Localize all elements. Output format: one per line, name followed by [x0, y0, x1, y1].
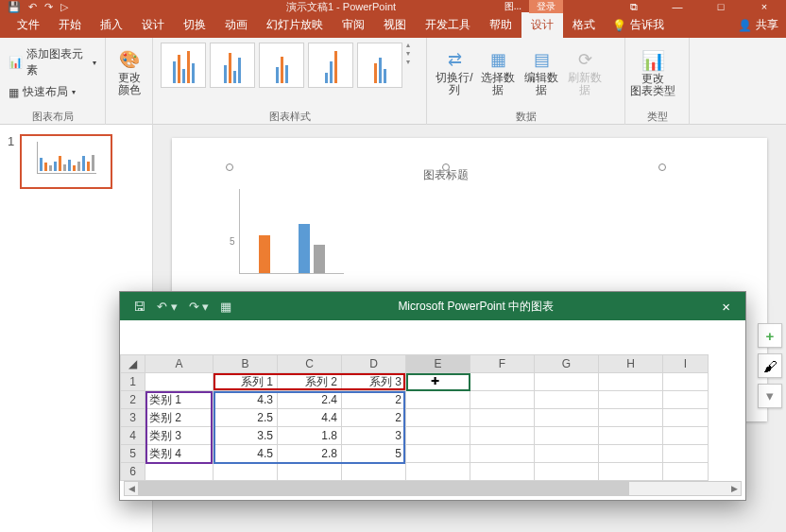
col-header-c[interactable]: C: [278, 355, 342, 373]
cell[interactable]: [663, 427, 709, 445]
chart-elements-button[interactable]: +: [758, 323, 782, 348]
contextual-tab-picture[interactable]: 图...: [497, 0, 529, 13]
cell[interactable]: 系列 1: [214, 373, 278, 391]
cell[interactable]: [663, 409, 709, 427]
tab-home[interactable]: 开始: [49, 12, 91, 38]
cell[interactable]: [663, 445, 709, 463]
maximize-button[interactable]: □: [699, 0, 743, 13]
edit-data-button[interactable]: ▤编辑数 据: [520, 41, 563, 107]
cell[interactable]: 类别 3: [145, 427, 214, 445]
chart-style-1[interactable]: [161, 43, 206, 88]
cell[interactable]: [145, 373, 214, 391]
cell[interactable]: [663, 391, 709, 409]
cell[interactable]: [406, 445, 470, 463]
login-button[interactable]: 登录: [529, 0, 563, 13]
col-header-f[interactable]: F: [470, 355, 535, 373]
styles-more-icon[interactable]: ▾: [406, 58, 410, 66]
cell[interactable]: [470, 409, 535, 427]
select-data-button[interactable]: ▦选择数据: [476, 41, 520, 107]
add-chart-element-button[interactable]: 📊添加图表元素▾: [6, 44, 99, 80]
sheet-grid-icon[interactable]: ▦: [214, 300, 237, 314]
quick-layout-button[interactable]: ▦快速布局▾: [6, 82, 78, 102]
col-header-g[interactable]: G: [535, 355, 599, 373]
row-header-5[interactable]: 5: [121, 445, 145, 463]
cell[interactable]: 系列 3: [342, 373, 406, 391]
cell[interactable]: [470, 445, 535, 463]
row-header-1[interactable]: 1: [121, 373, 145, 391]
cell[interactable]: 2.5: [214, 409, 278, 427]
spreadsheet-grid[interactable]: ◢ A B C D E F G H I 1 系列 1 系列 2 系列 3 ✚ 2…: [120, 354, 745, 496]
cell[interactable]: [535, 373, 599, 391]
cell[interactable]: [406, 409, 470, 427]
cell[interactable]: [145, 463, 214, 481]
tab-help[interactable]: 帮助: [480, 12, 521, 38]
cell[interactable]: [535, 427, 599, 445]
cell[interactable]: [535, 463, 599, 481]
row-header-6[interactable]: 6: [121, 463, 145, 481]
cell[interactable]: 类别 1: [145, 391, 214, 409]
chart-style-3[interactable]: [259, 43, 304, 88]
cell[interactable]: [406, 427, 470, 445]
chart-styles-button[interactable]: 🖌: [758, 353, 782, 378]
cell[interactable]: 4.3: [214, 391, 278, 409]
tab-developer[interactable]: 开发工具: [416, 12, 480, 38]
cell[interactable]: [406, 391, 470, 409]
cell[interactable]: [599, 445, 663, 463]
scroll-left-icon[interactable]: ◀: [125, 484, 138, 493]
chart-style-5[interactable]: [357, 43, 402, 88]
cell[interactable]: [470, 373, 535, 391]
sheet-redo-icon[interactable]: ↷ ▾: [183, 300, 215, 314]
tellme-button[interactable]: 💡告诉我: [605, 12, 672, 38]
cell[interactable]: 类别 4: [145, 445, 214, 463]
start-slideshow-icon[interactable]: ▷: [59, 1, 70, 13]
col-header-e[interactable]: E: [406, 355, 470, 373]
tab-design[interactable]: 设计: [132, 12, 174, 38]
chart-data-window[interactable]: 🖫 ↶ ▾ ↷ ▾ ▦ Microsoft PowerPoint 中的图表 × …: [119, 291, 746, 501]
tab-slideshow[interactable]: 幻灯片放映: [257, 12, 333, 38]
chart-plot-area[interactable]: [239, 189, 344, 274]
change-chart-type-button[interactable]: 📊更改 图表类型: [631, 41, 675, 107]
tab-format[interactable]: 格式: [563, 12, 605, 38]
cell[interactable]: [214, 463, 278, 481]
select-all-cell[interactable]: ◢: [121, 355, 145, 373]
cell[interactable]: 3: [342, 427, 406, 445]
tab-review[interactable]: 审阅: [333, 12, 374, 38]
sheet-horizontal-scrollbar[interactable]: ◀ ▶: [124, 481, 742, 496]
cell[interactable]: 4.5: [214, 445, 278, 463]
cell[interactable]: [599, 463, 663, 481]
slide-thumbnail-1[interactable]: [20, 134, 112, 189]
cell[interactable]: [599, 373, 663, 391]
col-header-b[interactable]: B: [214, 355, 278, 373]
cell[interactable]: 3.5: [214, 427, 278, 445]
tab-view[interactable]: 视图: [374, 12, 416, 38]
cell[interactable]: [470, 463, 535, 481]
cell[interactable]: [599, 427, 663, 445]
cell[interactable]: [535, 391, 599, 409]
cell[interactable]: [535, 445, 599, 463]
change-colors-button[interactable]: 🎨更改 颜色: [111, 41, 146, 107]
col-header-a[interactable]: A: [145, 355, 214, 373]
sheet-save-icon[interactable]: 🖫: [128, 300, 151, 314]
styles-scroll-up-icon[interactable]: ▴: [406, 41, 410, 49]
col-header-h[interactable]: H: [599, 355, 663, 373]
sheet-undo-icon[interactable]: ↶ ▾: [151, 300, 183, 314]
cell[interactable]: [535, 409, 599, 427]
cell[interactable]: [599, 409, 663, 427]
tab-insert[interactable]: 插入: [91, 12, 132, 38]
chart-filters-button[interactable]: ▾: [758, 384, 782, 408]
window-options-icon[interactable]: ⧉: [612, 0, 656, 13]
styles-scroll-down-icon[interactable]: ▾: [406, 49, 410, 58]
tab-chart-design[interactable]: 设计: [521, 12, 563, 38]
cell[interactable]: [663, 463, 709, 481]
cell[interactable]: 系列 2: [278, 373, 342, 391]
cell[interactable]: [663, 373, 709, 391]
cell[interactable]: [599, 391, 663, 409]
share-button[interactable]: 👤共享: [730, 12, 786, 38]
row-header-2[interactable]: 2: [121, 391, 145, 409]
col-header-d[interactable]: D: [342, 355, 406, 373]
cell[interactable]: 类别 2: [145, 409, 214, 427]
minimize-button[interactable]: —: [656, 0, 699, 13]
chart-style-4[interactable]: [308, 43, 353, 88]
chart-style-2[interactable]: [210, 43, 255, 88]
chart-data-close-button[interactable]: ×: [714, 299, 738, 315]
